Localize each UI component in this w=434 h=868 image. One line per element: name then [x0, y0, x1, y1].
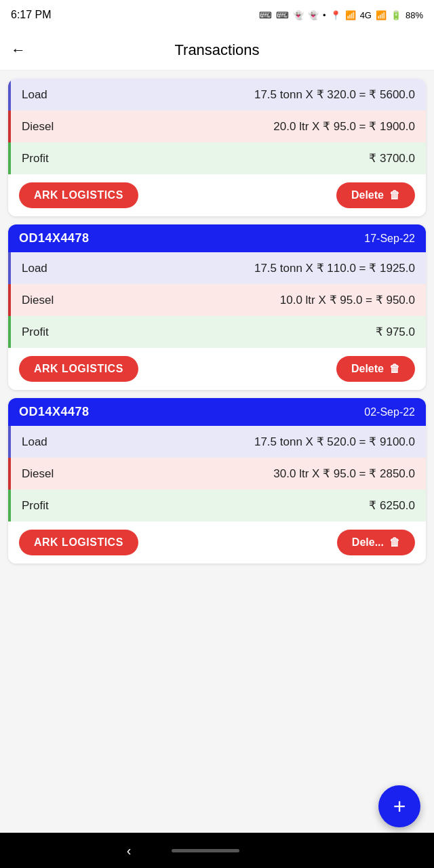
transaction-card-1: Load 17.5 tonn X ₹ 320.0 = ₹ 5600.0 Dies… — [8, 79, 426, 216]
row-label: Profit — [22, 152, 49, 165]
trash-icon: 🗑 — [389, 363, 400, 375]
row-value: 17.5 tonn X ₹ 520.0 = ₹ 9100.0 — [254, 435, 415, 449]
card-row-load-3: Load 17.5 tonn X ₹ 520.0 = ₹ 9100.0 — [8, 426, 426, 458]
battery-level: 88% — [406, 10, 423, 20]
card-date: 17-Sep-22 — [364, 233, 415, 245]
snapchat-icon: 👻 — [293, 10, 304, 20]
status-icons: ⌨ ⌨ 👻 👻 • 📍 📶 4G 📶 🔋 88% — [259, 10, 423, 20]
trash-icon: 🗑 — [389, 189, 400, 201]
card-row-profit-3: Profit ₹ 6250.0 — [8, 490, 426, 521]
ark-logistics-button[interactable]: ARK LOGISTICS — [19, 356, 138, 382]
back-button[interactable]: ← — [11, 41, 26, 59]
row-value: 17.5 tonn X ₹ 110.0 = ₹ 1925.0 — [254, 261, 415, 275]
row-label: Load — [22, 435, 47, 449]
card-date: 02-Sep-22 — [364, 406, 415, 418]
row-value: 30.0 ltr X ₹ 95.0 = ₹ 2850.0 — [273, 467, 415, 481]
row-value: ₹ 6250.0 — [369, 498, 415, 513]
nav-pill — [172, 849, 239, 852]
nav-bar: ‹ — [0, 833, 434, 868]
delete-button[interactable]: Delete 🗑 — [336, 356, 415, 382]
row-label: Load — [22, 88, 47, 102]
card-row-diesel-2: Diesel 10.0 ltr X ₹ 95.0 = ₹ 950.0 — [8, 284, 426, 316]
row-value: ₹ 3700.0 — [369, 151, 415, 165]
row-value: 20.0 ltr X ₹ 95.0 = ₹ 1900.0 — [273, 119, 415, 134]
status-bar: 6:17 PM ⌨ ⌨ 👻 👻 • 📍 📶 4G 📶 🔋 88% — [0, 0, 434, 30]
ghost-icon: 👻 — [308, 10, 319, 20]
nav-back-button[interactable]: ‹ — [127, 843, 132, 859]
card-vehicle-id: OD14X4478 — [19, 231, 90, 245]
card-row-profit-1: Profit ₹ 3700.0 — [8, 142, 426, 174]
row-label: Diesel — [22, 294, 54, 307]
transaction-card-2: OD14X4478 17-Sep-22 Load 17.5 tonn X ₹ 1… — [8, 224, 426, 390]
row-label: Diesel — [22, 120, 54, 134]
row-value: 10.0 ltr X ₹ 95.0 = ₹ 950.0 — [280, 293, 415, 307]
card-row-diesel-3: Diesel 30.0 ltr X ₹ 95.0 = ₹ 2850.0 — [8, 458, 426, 490]
row-label: Profit — [22, 499, 49, 513]
status-time: 6:17 PM — [11, 9, 52, 21]
row-label: Diesel — [22, 467, 54, 481]
delete-button[interactable]: Dele... 🗑 — [337, 530, 415, 555]
card-row-profit-2: Profit ₹ 975.0 — [8, 316, 426, 348]
battery-icon: 🔋 — [391, 10, 401, 20]
page-title: Transactions — [37, 41, 397, 59]
delete-button[interactable]: Delete 🗑 — [336, 182, 415, 208]
card-footer-2: ARK LOGISTICS Delete 🗑 — [8, 348, 426, 390]
ark-logistics-button[interactable]: ARK LOGISTICS — [19, 182, 138, 208]
card-footer-3: ARK LOGISTICS Dele... 🗑 — [8, 521, 426, 564]
dot-icon: • — [323, 10, 326, 20]
ark-logistics-button[interactable]: ARK LOGISTICS — [19, 530, 138, 555]
row-label: Profit — [22, 326, 49, 339]
keyboard-icon: ⌨ — [259, 10, 272, 20]
row-label: Load — [22, 262, 47, 275]
location-icon: 📍 — [330, 10, 341, 20]
trash-icon: 🗑 — [389, 536, 400, 549]
card-footer-1: ARK LOGISTICS Delete 🗑 — [8, 174, 426, 216]
signal-icon: 📶 — [376, 10, 387, 20]
card-vehicle-id: OD14X4478 — [19, 405, 90, 419]
card-row-diesel-1: Diesel 20.0 ltr X ₹ 95.0 = ₹ 1900.0 — [8, 111, 426, 142]
app-bar: ← Transactions — [0, 30, 434, 71]
row-value: 17.5 tonn X ₹ 320.0 = ₹ 5600.0 — [254, 87, 415, 102]
card-row-load-2: Load 17.5 tonn X ₹ 110.0 = ₹ 1925.0 — [8, 252, 426, 284]
4g-label: 4G — [360, 10, 372, 20]
transaction-card-3: OD14X4478 02-Sep-22 Load 17.5 tonn X ₹ 5… — [8, 398, 426, 564]
add-transaction-button[interactable]: + — [378, 785, 420, 827]
keyboard2-icon: ⌨ — [276, 10, 289, 20]
transactions-list: Load 17.5 tonn X ₹ 320.0 = ₹ 5600.0 Dies… — [0, 71, 434, 833]
card-header-2: OD14X4478 17-Sep-22 — [8, 224, 426, 252]
card-row-load-1: Load 17.5 tonn X ₹ 320.0 = ₹ 5600.0 — [8, 79, 426, 111]
row-value: ₹ 975.0 — [376, 325, 415, 339]
card-header-3: OD14X4478 02-Sep-22 — [8, 398, 426, 426]
network-icon: 📶 — [345, 10, 356, 20]
